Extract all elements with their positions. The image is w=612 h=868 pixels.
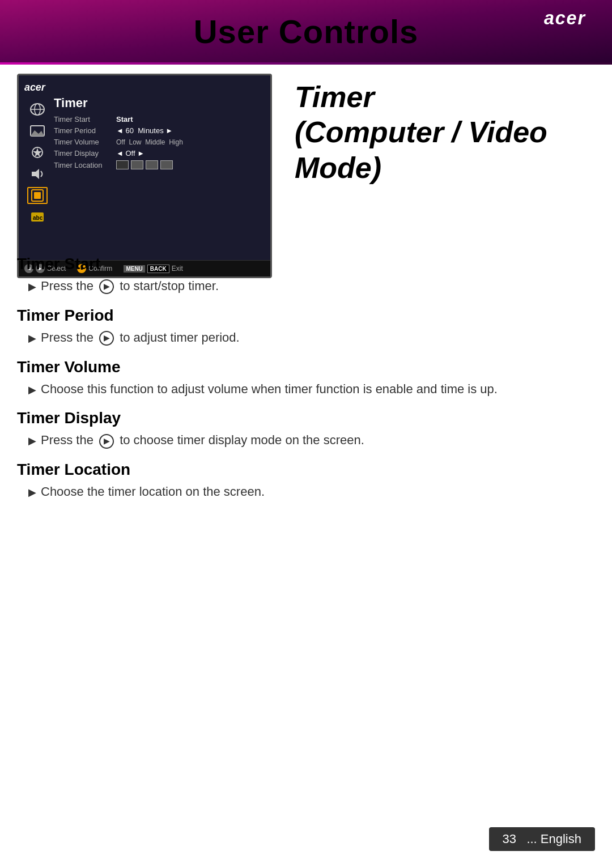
inline-button-period: ▶ xyxy=(99,331,114,346)
menu-value-location xyxy=(116,160,173,169)
monitor-menu-title: Timer xyxy=(54,96,265,110)
bullet-arrow-2: ▶ xyxy=(28,331,36,346)
bullet-arrow-5: ▶ xyxy=(28,486,36,500)
inline-button-display: ▶ xyxy=(99,434,114,449)
item-text-location: Choose the timer location on the screen. xyxy=(41,483,265,501)
section-item-timer-location: ▶ Choose the timer location on the scree… xyxy=(28,483,595,501)
page-header: acer User Controls xyxy=(0,0,612,62)
menu-row-period: Timer Period ◄ 60 Minutes ► xyxy=(54,126,265,135)
monitor-sidebar: abc xyxy=(24,101,50,225)
section-heading-timer-start: Timer Start xyxy=(17,255,595,273)
sidebar-icon-4 xyxy=(27,165,48,182)
menu-row-display: Timer Display ◄ Off ► xyxy=(54,149,265,158)
acer-logo-header: acer xyxy=(544,7,595,35)
sidebar-icon-timer xyxy=(27,187,48,204)
menu-value-volume: Off Low Middle High xyxy=(116,138,183,146)
menu-value-start: Start xyxy=(116,115,133,124)
section-item-timer-volume: ▶ Choose this function to adjust volume … xyxy=(28,381,595,398)
section-heading-timer-period: Timer Period xyxy=(17,307,595,325)
svg-text:abc: abc xyxy=(33,215,43,221)
monitor-menu-content: Timer Timer Start Start Timer Period ◄ 6… xyxy=(54,96,265,254)
bullet-arrow-4: ▶ xyxy=(28,434,36,448)
item-text-volume: Choose this function to adjust volume wh… xyxy=(41,381,498,398)
subtitle-line3: Mode) xyxy=(295,151,381,184)
item-text-display: Press the ▶ to choose timer display mode… xyxy=(41,432,364,449)
svg-marker-6 xyxy=(31,130,44,136)
menu-label-period: Timer Period xyxy=(54,126,116,135)
bullet-arrow-1: ▶ xyxy=(28,280,36,294)
menu-row-volume: Timer Volume Off Low Middle High xyxy=(54,138,265,146)
section-item-timer-display: ▶ Press the ▶ to choose timer display mo… xyxy=(28,432,595,449)
section-item-timer-period: ▶ Press the ▶ to adjust timer period. xyxy=(28,329,595,347)
menu-label-volume: Timer Volume xyxy=(54,138,116,146)
page-title: User Controls xyxy=(194,12,419,50)
svg-marker-8 xyxy=(33,148,42,157)
page-number-label: ... English xyxy=(526,832,581,846)
item-text-start: Press the ▶ to start/stop timer. xyxy=(41,278,219,295)
subtitle-line1: Timer xyxy=(295,80,375,113)
sidebar-icon-2 xyxy=(27,122,48,139)
section-heading-timer-volume: Timer Volume xyxy=(17,358,595,376)
header-separator xyxy=(0,62,612,65)
menu-value-display: ◄ Off ► xyxy=(116,149,144,158)
sidebar-icon-1 xyxy=(27,101,48,118)
menu-label-start: Timer Start xyxy=(54,115,116,124)
monitor-acer-logo: acer xyxy=(24,81,265,93)
menu-label-display: Timer Display xyxy=(54,149,116,158)
section-heading-timer-location: Timer Location xyxy=(17,461,595,479)
section-item-timer-start: ▶ Press the ▶ to start/stop timer. xyxy=(28,278,595,295)
menu-row-location: Timer Location xyxy=(54,160,265,169)
svg-text:acer: acer xyxy=(544,8,586,28)
sidebar-icon-3 xyxy=(27,144,48,161)
item-text-period: Press the ▶ to adjust timer period. xyxy=(41,329,240,347)
svg-rect-11 xyxy=(34,192,41,199)
svg-text:acer: acer xyxy=(24,82,46,93)
menu-label-location: Timer Location xyxy=(54,161,116,169)
page-number: 33 ... English xyxy=(489,827,595,851)
inline-button-start: ▶ xyxy=(99,279,114,294)
bullet-arrow-3: ▶ xyxy=(28,383,36,397)
subtitle-line2: (Computer / Video xyxy=(295,116,547,148)
section-heading-timer-display: Timer Display xyxy=(17,409,595,427)
menu-row-start: Timer Start Start xyxy=(54,115,265,124)
sidebar-icon-abc: abc xyxy=(27,209,48,225)
main-content: Timer Start ▶ Press the ▶ to start/stop … xyxy=(17,244,595,504)
menu-value-period: ◄ 60 Minutes ► xyxy=(116,126,173,135)
subtitle-text: Timer (Computer / Video Mode) xyxy=(295,79,595,185)
svg-marker-9 xyxy=(32,169,39,179)
page-subtitle: Timer (Computer / Video Mode) xyxy=(295,79,595,185)
page-number-value: 33 xyxy=(503,832,516,846)
